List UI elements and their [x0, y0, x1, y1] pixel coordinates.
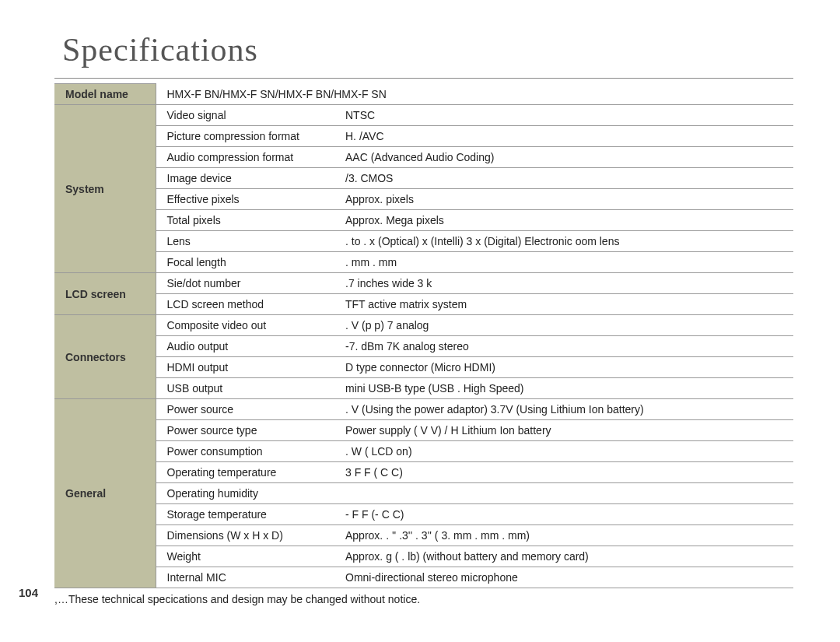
- spec-value: Omni-directional stereo microphone: [334, 567, 793, 588]
- table-row: WeightApprox. g ( . lb) (without battery…: [54, 546, 793, 567]
- table-row: HDMI outputD type connector (Micro HDMI): [54, 357, 793, 378]
- spec-value: H. /AVC: [334, 126, 793, 147]
- spec-label: Power source: [156, 399, 334, 420]
- page-title: Specifications: [62, 31, 793, 68]
- spec-value: NTSC: [334, 105, 793, 126]
- spec-value: 3 F F ( C C): [334, 462, 793, 483]
- footnote-text: ,…These technical specications and desig…: [54, 593, 793, 605]
- spec-label: Dimensions (W x H x D): [156, 525, 334, 546]
- spec-value: Approx. g ( . lb) (without battery and m…: [334, 546, 793, 567]
- table-row: LCD screenSie/dot number .7 inches wide …: [54, 273, 793, 294]
- spec-value: - F F (- C C): [334, 504, 793, 525]
- spec-value: . V (p p) 7 analog: [334, 315, 793, 336]
- spec-label: Weight: [156, 546, 334, 567]
- spec-value: . W ( LCD on): [334, 441, 793, 462]
- specifications-table: Model nameHMX-F BN/HMX-F SN/HMX-F BN/HMX…: [54, 83, 793, 588]
- spec-label: LCD screen method: [156, 294, 334, 315]
- spec-value: Approx. . '' .3'' . 3'' ( 3. mm . mm . m…: [334, 525, 793, 546]
- spec-value: .7 inches wide 3 k: [334, 273, 793, 294]
- spec-label: Picture compression format: [156, 126, 334, 147]
- spec-value: mini USB-B type (USB . High Speed): [334, 378, 793, 399]
- table-row: USB outputmini USB-B type (USB . High Sp…: [54, 378, 793, 399]
- spec-value: . mm . mm: [334, 252, 793, 273]
- spec-value: TFT active matrix system: [334, 294, 793, 315]
- table-row: Dimensions (W x H x D) Approx. . '' .3''…: [54, 525, 793, 546]
- spec-label: Total pixels: [156, 210, 334, 231]
- title-divider: [54, 78, 793, 79]
- spec-label: Audio output: [156, 336, 334, 357]
- model-name-value: HMX-F BN/HMX-F SN/HMX-F BN/HMX-F SN: [156, 84, 793, 105]
- table-row-model: Model nameHMX-F BN/HMX-F SN/HMX-F BN/HMX…: [54, 84, 793, 105]
- category-general: General: [54, 399, 156, 588]
- spec-label: Composite video out: [156, 315, 334, 336]
- spec-value: -7. dBm 7K analog stereo: [334, 336, 793, 357]
- spec-label: Power source type: [156, 420, 334, 441]
- table-row: LCD screen methodTFT active matrix syste…: [54, 294, 793, 315]
- spec-value: Power supply ( V V) / H Lithium Ion batt…: [334, 420, 793, 441]
- spec-label: Video signal: [156, 105, 334, 126]
- spec-value: . to . x (Optical) x (Intelli) 3 x (Digi…: [334, 231, 793, 252]
- spec-value: Approx. pixels: [334, 189, 793, 210]
- category-lcd-screen: LCD screen: [54, 273, 156, 315]
- table-row: Power consumption . W ( LCD on): [54, 441, 793, 462]
- spec-label: Sie/dot number: [156, 273, 334, 294]
- spec-label: Storage temperature: [156, 504, 334, 525]
- spec-label: Image device: [156, 168, 334, 189]
- category-system: System: [54, 105, 156, 273]
- table-row: Operating temperature 3 F F ( C C): [54, 462, 793, 483]
- table-row: Operating humidity: [54, 483, 793, 504]
- spec-value: /3. CMOS: [334, 168, 793, 189]
- table-row: SystemVideo signalNTSC: [54, 105, 793, 126]
- spec-value: [334, 483, 793, 504]
- table-row: Picture compression formatH. /AVC: [54, 126, 793, 147]
- spec-label: Operating temperature: [156, 462, 334, 483]
- spec-value: . V (Using the power adaptor) 3.7V (Usin…: [334, 399, 793, 420]
- spec-label: Effective pixels: [156, 189, 334, 210]
- table-row: Audio output-7. dBm 7K analog stereo: [54, 336, 793, 357]
- table-row: Image device/3. CMOS: [54, 168, 793, 189]
- table-row: Total pixelsApprox. Mega pixels: [54, 210, 793, 231]
- spec-label: USB output: [156, 378, 334, 399]
- spec-label: Internal MIC: [156, 567, 334, 588]
- table-row: Effective pixelsApprox. pixels: [54, 189, 793, 210]
- spec-value: D type connector (Micro HDMI): [334, 357, 793, 378]
- table-row: Internal MICOmni-directional stereo micr…: [54, 567, 793, 588]
- spec-value: AAC (Advanced Audio Coding): [334, 147, 793, 168]
- spec-label: Focal length: [156, 252, 334, 273]
- spec-label: HDMI output: [156, 357, 334, 378]
- spec-label: Lens: [156, 231, 334, 252]
- table-row: Storage temperature- F F (- C C): [54, 504, 793, 525]
- table-row: GeneralPower source . V (Using the power…: [54, 399, 793, 420]
- page-number: 104: [19, 586, 38, 599]
- table-row: Audio compression formatAAC (Advanced Au…: [54, 147, 793, 168]
- spec-label: Operating humidity: [156, 483, 334, 504]
- table-row: Focal length . mm . mm: [54, 252, 793, 273]
- table-row: Lens. to . x (Optical) x (Intelli) 3 x (…: [54, 231, 793, 252]
- category-model-name: Model name: [54, 84, 156, 105]
- table-row: ConnectorsComposite video out . V (p p) …: [54, 315, 793, 336]
- spec-label: Power consumption: [156, 441, 334, 462]
- category-connectors: Connectors: [54, 315, 156, 399]
- spec-label: Audio compression format: [156, 147, 334, 168]
- spec-value: Approx. Mega pixels: [334, 210, 793, 231]
- table-row: Power source typePower supply ( V V) / H…: [54, 420, 793, 441]
